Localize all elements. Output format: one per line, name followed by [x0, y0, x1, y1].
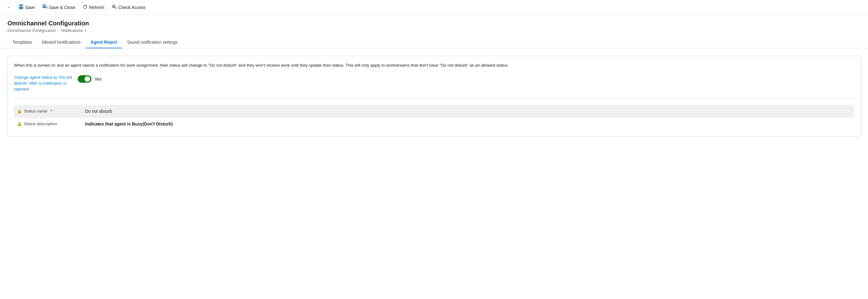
status-desc-value-cell: Indicates that agent is Busy(Don't Distu… [82, 117, 854, 130]
toggle-control: Yes [78, 75, 101, 83]
save-button[interactable]: Save [16, 2, 38, 12]
refresh-button[interactable]: Refresh [80, 2, 107, 12]
check-access-button[interactable]: Check Access [109, 2, 149, 12]
agent-reject-card: When this is turned on and an agent reje… [7, 56, 861, 137]
tab-agent-reject[interactable]: Agent Reject [86, 36, 122, 48]
svg-rect-1 [20, 5, 22, 6]
table-row: 🔒 Status name * Do not disturb [14, 105, 854, 118]
refresh-label: Refresh [89, 5, 104, 10]
breadcrumb-current-label: Notifications [61, 28, 83, 33]
main-content: When this is turned on and an agent reje… [0, 48, 868, 144]
svg-line-8 [115, 7, 116, 9]
table-row: 🔒 Status description Indicates that agen… [14, 117, 854, 130]
status-desc-label-cell: 🔒 Status description [14, 117, 82, 130]
save-label: Save [25, 5, 35, 10]
svg-rect-4 [43, 5, 45, 6]
save-close-label: Save & Close [49, 5, 75, 10]
toggle-thumb [85, 76, 90, 82]
svg-line-6 [45, 7, 47, 9]
breadcrumb-separator: · [58, 28, 59, 33]
tabs-bar: Templates Missed Notifications Agent Rej… [0, 36, 868, 48]
fields-table: 🔒 Status name * Do not disturb 🔒 Status … [14, 105, 854, 130]
svg-rect-5 [43, 6, 45, 7]
save-close-icon [42, 4, 48, 10]
toolbar: ← Save Save & Close [0, 0, 868, 15]
lock-icon: 🔒 [17, 109, 22, 113]
back-button[interactable]: ← [4, 3, 14, 12]
toggle-value-label: Yes [94, 77, 101, 82]
refresh-icon [83, 4, 88, 10]
required-indicator: * [51, 109, 52, 113]
svg-line-10 [113, 6, 114, 7]
breadcrumb-parent[interactable]: Omnichannel Configuration [7, 28, 56, 33]
tab-missed-notifications[interactable]: Missed Notifications [37, 36, 86, 48]
breadcrumb-current[interactable]: Notifications ∨ [61, 28, 87, 33]
status-name-label: Status name [24, 109, 48, 113]
status-desc-label: Status description [24, 121, 57, 126]
lock-icon: 🔒 [17, 121, 22, 126]
save-icon [19, 4, 24, 10]
status-name-label-cell: 🔒 Status name * [14, 105, 82, 118]
breadcrumb-chevron-icon: ∨ [84, 29, 87, 33]
status-desc-value: Indicates that agent is Busy(Don't Distu… [85, 121, 173, 126]
page-header: Omnichannel Configuration Omnichannel Co… [0, 15, 868, 33]
check-access-label: Check Access [118, 5, 146, 10]
toggle-section: Change agent status to "Do not disturb" … [14, 75, 854, 99]
agent-status-toggle[interactable] [78, 75, 91, 83]
status-name-value-cell: Do not disturb [82, 105, 854, 118]
tab-sound-notification[interactable]: Sound notification settings [122, 36, 182, 48]
back-icon: ← [7, 5, 11, 10]
check-access-icon [112, 4, 117, 10]
svg-rect-2 [20, 7, 23, 9]
page-title: Omnichannel Configuration [7, 20, 861, 27]
tab-templates[interactable]: Templates [7, 36, 37, 48]
breadcrumb: Omnichannel Configuration · Notification… [7, 28, 861, 33]
toggle-label: Change agent status to "Do not disturb" … [14, 75, 73, 92]
info-text: When this is turned on and an agent reje… [14, 62, 854, 68]
status-name-value: Do not disturb [85, 109, 112, 114]
save-close-button[interactable]: Save & Close [39, 2, 79, 12]
